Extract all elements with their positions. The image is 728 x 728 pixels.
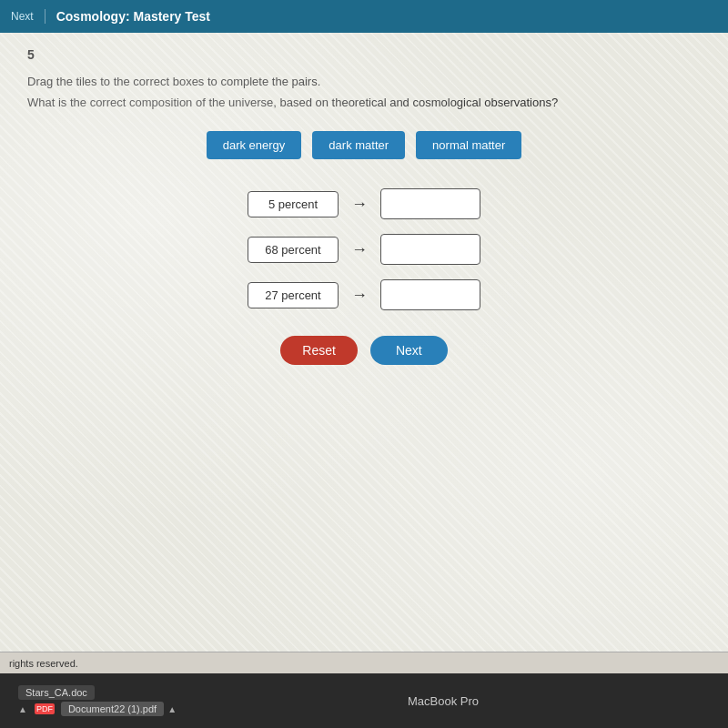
taskbar-item-2[interactable]: Document22 (1).pdf bbox=[61, 702, 164, 716]
question-number: 5 bbox=[27, 47, 701, 62]
table-row: 27 percent → bbox=[248, 279, 480, 310]
reset-button[interactable]: Reset bbox=[280, 336, 358, 365]
footer-text: rights reserved. bbox=[9, 658, 78, 669]
pair-label-5: 5 percent bbox=[248, 191, 339, 217]
table-row: 5 percent → bbox=[248, 188, 480, 219]
page-title: Cosmology: Mastery Test bbox=[56, 9, 210, 24]
question-text: What is the correct composition of the u… bbox=[27, 96, 701, 109]
footer-bar: rights reserved. bbox=[0, 652, 728, 673]
taskbar-center: MacBook Pro bbox=[177, 694, 710, 708]
taskbar-item-1[interactable]: Stars_CA.doc bbox=[18, 685, 95, 700]
pdf-icon: PDF bbox=[35, 703, 55, 714]
expand-icon: ▲ bbox=[167, 704, 177, 714]
tile-dark-energy[interactable]: dark energy bbox=[207, 131, 302, 159]
nav-back[interactable]: Next bbox=[11, 10, 34, 23]
drop-box-68[interactable] bbox=[380, 234, 480, 265]
table-row: 68 percent → bbox=[248, 234, 480, 265]
arrow-icon: → bbox=[351, 286, 368, 305]
arrow-icon: → bbox=[351, 195, 368, 214]
pair-label-68: 68 percent bbox=[248, 237, 339, 263]
drop-box-27[interactable] bbox=[380, 279, 480, 310]
taskbar-item-1-label: Stars_CA.doc bbox=[25, 687, 87, 698]
instruction-text: Drag the tiles to the correct boxes to c… bbox=[27, 75, 701, 88]
pairs-container: 5 percent → 68 percent → 27 percent → bbox=[27, 188, 701, 310]
next-button[interactable]: Next bbox=[370, 336, 448, 365]
taskbar: Stars_CA.doc ▲ PDF Document22 (1).pdf ▲ … bbox=[0, 673, 728, 728]
arrow-icon: → bbox=[351, 240, 368, 259]
drop-box-5[interactable] bbox=[380, 188, 480, 219]
chevron-icon: ▲ bbox=[18, 704, 27, 714]
tiles-row: dark energy dark matter normal matter bbox=[27, 131, 701, 159]
buttons-row: Reset Next bbox=[27, 336, 701, 365]
tile-dark-matter[interactable]: dark matter bbox=[312, 131, 405, 159]
content-area: 5 Drag the tiles to the correct boxes to… bbox=[0, 33, 728, 652]
taskbar-items: Stars_CA.doc ▲ PDF Document22 (1).pdf ▲ bbox=[18, 685, 177, 716]
tile-normal-matter[interactable]: normal matter bbox=[416, 131, 521, 159]
top-bar: Next Cosmology: Mastery Test bbox=[0, 0, 728, 33]
macbook-label: MacBook Pro bbox=[408, 694, 479, 708]
pair-label-27: 27 percent bbox=[248, 282, 339, 308]
